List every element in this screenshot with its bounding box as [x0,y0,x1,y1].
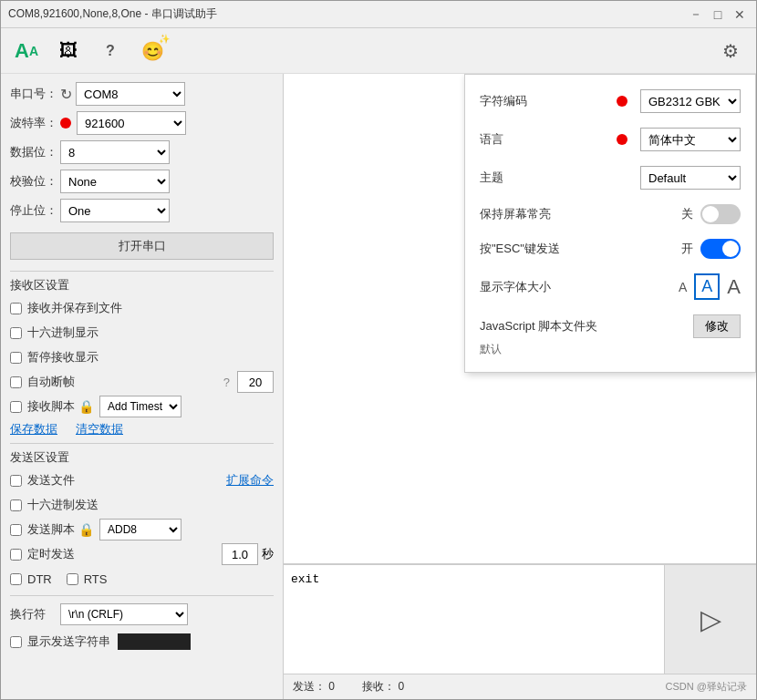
send-file-label[interactable]: 发送文件 [27,472,75,489]
receive-script-checkbox[interactable] [10,401,22,413]
rts-label[interactable]: RTS [84,572,108,586]
status-bar: 发送： 0 接收： 0 CSDN @驿站记录 [284,674,756,699]
stop-bits-row: 停止位： One [10,198,274,223]
font-size-options: A A A [679,273,741,300]
js-folder-row: JavaScript 脚本文件夹 修改 默认 [480,314,741,357]
show-send-checkbox[interactable] [10,636,22,648]
rts-checkbox[interactable] [67,573,78,585]
pause-display-row: 暂停接收显示 [10,346,274,368]
receive-script-label[interactable]: 接收脚本 [27,398,75,415]
language-label: 语言 [480,131,617,148]
hex-send-label[interactable]: 十六进制发送 [27,497,99,513]
send-label: 发送： 0 [293,679,335,695]
face-icon[interactable]: 😊 ✨ [136,35,169,67]
language-row: 语言 简体中文 [480,128,741,151]
save-file-checkbox[interactable] [10,303,22,314]
open-port-button[interactable]: 打开串口 [10,232,274,260]
maximize-button[interactable]: □ [709,5,727,24]
save-data-link[interactable]: 保存数据 [10,421,57,438]
charset-control: GB2312 GBK [617,89,741,113]
settings-overlay: 字符编码 GB2312 GBK 语言 简体中文 [464,74,756,373]
screen-on-control: 关 [681,204,741,224]
parity-select[interactable]: None [60,170,170,193]
timer-send-unit: 秒 [262,546,274,562]
receive-script-select[interactable]: Add Timesta [99,396,181,417]
port-row: 串口号： ↻ COM8 [10,81,274,107]
auto-frame-input[interactable] [237,371,274,393]
language-select[interactable]: 简体中文 [640,128,741,151]
data-bits-select[interactable]: 8 [60,140,170,164]
minimize-button[interactable]: － [687,5,705,24]
show-send-label[interactable]: 显示发送字符串 [27,633,110,650]
watermark: CSDN @驿站记录 [666,680,747,694]
dtr-checkbox[interactable] [10,573,22,585]
baud-select[interactable]: 921600 [77,111,186,135]
close-button[interactable]: ✕ [731,5,749,24]
auto-frame-checkbox[interactable] [10,376,22,388]
clear-data-link[interactable]: 清空数据 [76,421,123,438]
dtr-label[interactable]: DTR [27,572,52,586]
charset-select[interactable]: GB2312 GBK [640,89,741,113]
send-script-checkbox[interactable] [10,524,22,536]
help-icon[interactable]: ? [94,35,127,67]
hex-send-checkbox[interactable] [10,499,22,511]
pause-display-checkbox[interactable] [10,352,22,364]
image-icon[interactable]: 🖼 [52,35,85,67]
theme-label: 主题 [480,170,640,186]
newline-select[interactable]: \r\n (CRLF) [60,603,188,625]
left-panel: 串口号： ↻ COM8 波特率： 921600 数据位： 8 [1,74,284,699]
screen-on-toggle[interactable] [700,204,741,224]
auto-frame-help-icon: ? [223,376,230,389]
timer-send-input[interactable] [222,543,258,565]
hex-display-checkbox[interactable] [10,327,22,339]
refresh-icon[interactable]: ↻ [60,86,72,103]
titlebar-controls: － □ ✕ [687,5,749,24]
send-button[interactable]: ▷ [665,564,756,674]
modify-button[interactable]: 修改 [693,314,741,338]
data-bits-label: 数据位： [10,144,60,160]
expand-cmd-link[interactable]: 扩展命令 [226,472,274,489]
theme-control: Default [640,166,741,190]
parity-label: 校验位： [10,173,60,190]
divider3 [10,595,274,596]
toggle-thumb [702,206,719,222]
js-folder-top: JavaScript 脚本文件夹 修改 [480,314,741,338]
save-file-label[interactable]: 接收并保存到文件 [27,300,122,316]
screen-on-label: 保持屏幕常亮 [480,206,681,222]
send-script-label[interactable]: 发送脚本 [27,521,75,538]
parity-row: 校验位： None [10,169,274,194]
timer-send-checkbox[interactable] [10,549,22,561]
esc-send-toggle[interactable] [700,239,741,259]
language-dot [617,134,627,145]
font-icon[interactable]: AA [10,35,43,67]
send-script-row: 发送脚本 🔒 ADD8 [10,519,274,540]
font-medium-option[interactable]: A [694,273,720,300]
auto-frame-label[interactable]: 自动断帧 [27,374,75,390]
hex-send-row: 十六进制发送 [10,494,274,516]
save-file-row: 接收并保存到文件 [10,297,274,319]
port-select[interactable]: COM8 [76,82,185,106]
screen-on-row: 保持屏幕常亮 关 [480,204,741,224]
send-file-checkbox[interactable] [10,475,22,487]
timer-send-label[interactable]: 定时发送 [27,546,75,562]
font-large-option[interactable]: A [727,275,741,299]
pause-display-label[interactable]: 暂停接收显示 [27,349,99,365]
send-input[interactable]: exit [284,564,665,674]
font-small-option[interactable]: A [679,280,687,294]
stop-bits-select[interactable]: One [60,199,170,222]
hex-display-label[interactable]: 十六进制显示 [27,324,99,341]
window-title: COM8,921600,None,8,One - 串口调试助手 [8,6,687,22]
theme-select[interactable]: Default [640,166,741,190]
font-size-row: 显示字体大小 A A A [480,273,741,300]
charset-row: 字符编码 GB2312 GBK [480,89,741,113]
right-panel: exit ▷ 发送： 0 接收： 0 CSDN @驿站记录 [284,74,756,699]
esc-send-state: 开 [681,241,693,257]
font-size-label: 显示字体大小 [480,279,679,295]
stop-bits-label: 停止位： [10,202,60,219]
settings-gear-icon[interactable]: ⚙ [714,35,747,67]
esc-toggle-thumb [722,241,739,257]
send-script-select[interactable]: ADD8 [99,519,181,540]
divider2 [10,443,274,444]
port-label: 串口号： [10,86,60,102]
hex-display-row: 十六进制显示 [10,322,274,344]
